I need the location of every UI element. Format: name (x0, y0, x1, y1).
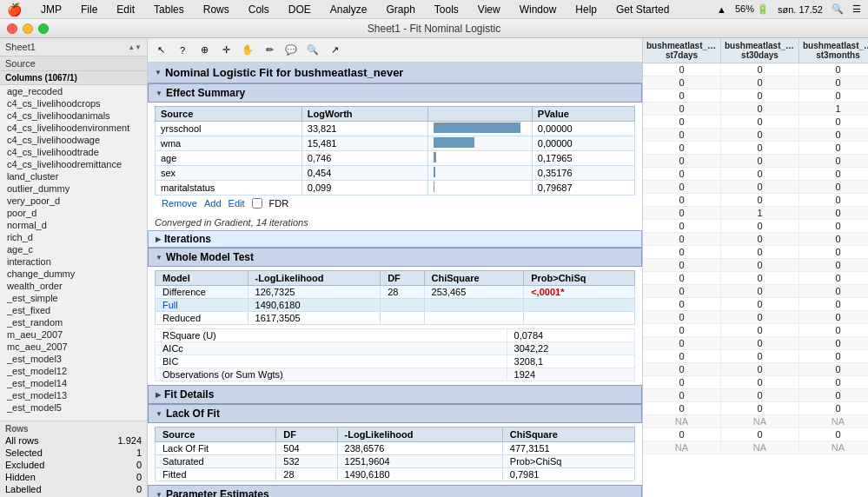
remove-link[interactable]: Remove (162, 198, 197, 209)
table-row[interactable]: Fitted 28 1490,6180 0,7981 (156, 468, 635, 481)
sidebar-item-est-model3[interactable]: _est_model3 (0, 353, 147, 365)
sidebar-item-very-poor-d[interactable]: very_poor_d (0, 195, 147, 207)
table-row[interactable]: 0000 (643, 76, 868, 89)
table-row[interactable]: 0000 (643, 142, 868, 155)
minimize-button[interactable] (23, 23, 33, 34)
menu-doe[interactable]: DOE (285, 2, 315, 17)
annotate-button[interactable]: ✏ (260, 42, 279, 59)
menu-tools[interactable]: Tools (431, 2, 462, 17)
close-button[interactable] (7, 23, 17, 34)
sidebar-item-est-model14[interactable]: _est_model14 (0, 377, 147, 389)
table-row[interactable]: 0000 (643, 337, 868, 350)
table-row[interactable]: Saturated 532 1251,9604 Prob>ChiSq (156, 455, 635, 468)
table-row[interactable]: 0000 (643, 350, 868, 363)
apple-menu[interactable]: 🍎 (7, 3, 22, 17)
select-tool-button[interactable]: ↖ (151, 42, 170, 59)
help-button[interactable]: ? (173, 42, 192, 59)
param-estimates-header[interactable]: ▼ Parameter Estimates (148, 485, 642, 497)
search-icon[interactable]: 🔍 (832, 3, 844, 15)
comment-button[interactable]: 💬 (282, 42, 301, 59)
sidebar-nav-arrows[interactable]: ▲▼ (128, 43, 142, 51)
table-row[interactable]: age 0,746 0,17965 (156, 151, 635, 166)
sidebar-item-age-recoded[interactable]: age_recoded (0, 85, 147, 97)
menu-icon[interactable]: ☰ (852, 3, 861, 15)
table-row[interactable]: 0000 (643, 298, 868, 311)
lof-header[interactable]: ▼ Lack Of Fit (148, 404, 642, 423)
table-row[interactable]: Difference 126,7325 28 253,465 <,0001* (156, 286, 635, 299)
hand-tool-button[interactable]: ✋ (238, 42, 257, 59)
menu-edit[interactable]: Edit (113, 2, 138, 17)
sidebar-item-est-random[interactable]: _est_random (0, 316, 147, 328)
sidebar-item-wealth-order[interactable]: wealth_order (0, 280, 147, 292)
add-link[interactable]: Add (204, 198, 222, 209)
sidebar-item-est-fixed[interactable]: _est_fixed (0, 304, 147, 316)
table-row[interactable]: 0100 (643, 207, 868, 220)
table-row[interactable]: sex 0,454 0,35176 (156, 166, 635, 181)
table-row[interactable]: 0000 (643, 116, 868, 129)
iterations-section[interactable]: ▶ Iterations (148, 230, 642, 248)
menu-get-started[interactable]: Get Started (613, 2, 673, 17)
table-row[interactable]: 0000 (643, 181, 868, 194)
sidebar-item-rich-d[interactable]: rich_d (0, 231, 147, 243)
app-menu-jmp[interactable]: JMP (37, 2, 65, 17)
menu-window[interactable]: Window (516, 2, 560, 17)
sidebar-item-c4-trade[interactable]: c4_cs_livelihoodtrade (0, 146, 147, 158)
table-row[interactable]: 0000 (643, 311, 868, 324)
sidebar-item-c4-crops[interactable]: c4_cs_livelihoodcrops (0, 97, 147, 109)
menu-help[interactable]: Help (572, 2, 600, 17)
table-row[interactable]: 0000 (643, 259, 868, 272)
zoom-in-button[interactable]: ⊕ (195, 42, 214, 59)
sidebar-item-mc-aeu-2007[interactable]: mc_aeu_2007 (0, 341, 147, 353)
menu-analyze[interactable]: Analyze (327, 2, 371, 17)
table-row[interactable]: 0001 (643, 272, 868, 285)
crosshair-button[interactable]: ✛ (216, 42, 235, 59)
table-row[interactable]: 0010 (643, 103, 868, 116)
table-row[interactable]: NANANANA (643, 415, 868, 428)
sidebar-item-change-dummy[interactable]: change_dummy (0, 268, 147, 280)
table-row[interactable]: Reduced 1617,3505 (156, 312, 635, 325)
sidebar-item-est-model13[interactable]: _est_model13 (0, 389, 147, 401)
sidebar-item-est-model12[interactable]: _est_model12 (0, 365, 147, 377)
table-row[interactable]: 0000 (643, 376, 868, 389)
sidebar-item-land-cluster[interactable]: land_cluster (0, 170, 147, 182)
table-row[interactable]: 0000 (643, 389, 868, 402)
sidebar-item-est-model5[interactable]: _est_model5 (0, 401, 147, 414)
table-row[interactable]: 0000 (643, 194, 868, 207)
table-row[interactable]: 0000 (643, 324, 868, 337)
sidebar-item-age-c[interactable]: age_c (0, 243, 147, 255)
table-row[interactable]: 0000 (643, 402, 868, 415)
menu-rows[interactable]: Rows (200, 2, 233, 17)
sidebar-item-interaction[interactable]: interaction (0, 255, 147, 268)
sidebar-item-est-simple[interactable]: _est_simple (0, 292, 147, 304)
table-row[interactable]: NANANANA (643, 441, 868, 454)
sidebar-item-poor-d[interactable]: poor_d (0, 207, 147, 219)
fit-details-header[interactable]: ▶ Fit Details (148, 385, 642, 404)
sidebar-item-c4-animals[interactable]: c4_cs_livelihoodanimals (0, 109, 147, 122)
menu-cols[interactable]: Cols (245, 2, 273, 17)
sidebar-item-normal-d[interactable]: normal_d (0, 219, 147, 231)
table-row[interactable]: maritalstatus 0,099 0,79687 (156, 181, 635, 195)
menu-graph[interactable]: Graph (382, 2, 418, 17)
table-row[interactable]: 0000 (643, 233, 868, 246)
sidebar-item-c4-remittance[interactable]: c4_cs_livelihoodremittance (0, 158, 147, 170)
sidebar-item-c4-environment[interactable]: c4_cs_livelihoodenvironment (0, 122, 147, 134)
table-row[interactable]: 0000 (643, 428, 868, 441)
table-row[interactable]: Full 1490,6180 (156, 299, 635, 312)
table-row[interactable]: 0000 (643, 168, 868, 181)
sidebar-item-m-aeu-2007[interactable]: m_aeu_2007 (0, 328, 147, 341)
find-button[interactable]: 🔍 (303, 42, 322, 59)
table-row[interactable]: Lack Of Fit 504 238,6576 477,3151 (156, 442, 635, 455)
table-row[interactable]: 0000 (643, 246, 868, 259)
table-row[interactable]: yrsschool 33,821 0,00000 (156, 122, 635, 136)
edit-link[interactable]: Edit (229, 198, 245, 209)
table-row[interactable]: 0000 (643, 220, 868, 233)
sidebar-item-c4-wage[interactable]: c4_cs_livelihoodwage (0, 134, 147, 146)
table-row[interactable]: 0000 (643, 285, 868, 298)
menu-tables[interactable]: Tables (150, 2, 188, 17)
sidebar-item-outlier-dummy[interactable]: outlier_dummy (0, 182, 147, 195)
effect-summary-header[interactable]: ▼ Effect Summary (148, 83, 642, 103)
table-row[interactable]: 0000 (643, 155, 868, 168)
menu-file[interactable]: File (77, 2, 101, 17)
table-row[interactable]: 0000 (643, 89, 868, 103)
maximize-button[interactable] (38, 23, 49, 34)
